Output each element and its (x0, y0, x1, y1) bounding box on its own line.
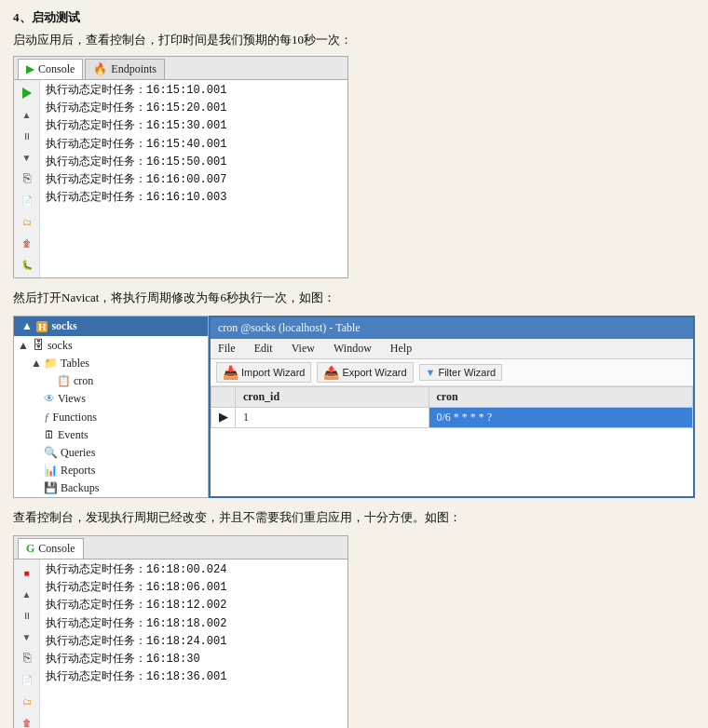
console-line2: 执行动态定时任务：16:18:18.002 (46, 615, 342, 633)
console2-tabs: G Console (14, 536, 347, 559)
tree-label-queries: Queries (61, 446, 95, 460)
functions-icon: ƒ (44, 410, 50, 425)
down-btn2[interactable]: ▼ (18, 627, 36, 646)
tree-item-backups[interactable]: 💾 Backups (14, 479, 208, 497)
console-play-icon: ▶ (26, 62, 34, 76)
console-line2: 执行动态定时任务：16:18:00.024 (46, 561, 342, 579)
section2-desc: 然后打开Navicat，将执行周期修改为每6秒执行一次，如图： (13, 290, 695, 306)
copy-btn[interactable]: ⎘ (18, 169, 36, 188)
import-icon: 📥 (223, 365, 238, 380)
endpoints-tab-label: Endpoints (111, 62, 157, 76)
console-line2: 执行动态定时任务：16:18:24.001 (46, 633, 342, 651)
cell-cron-value[interactable]: 0/6 * * * * ? (429, 408, 693, 428)
console-line: 执行动态定时任务：16:15:50.001 (46, 154, 342, 171)
filter-label: Filter Wizard (438, 367, 496, 378)
console2-tab-label: Console (38, 542, 75, 556)
tree-item-views[interactable]: 👁 Views (14, 390, 208, 408)
console2-tab-console[interactable]: G Console (18, 538, 84, 559)
tree-item-tables[interactable]: ▲ 📁 Tables (14, 355, 208, 372)
menu-help[interactable]: Help (387, 341, 415, 357)
tree-item-queries[interactable]: 🔍 Queries (14, 444, 208, 462)
debug-btn[interactable]: 🐛 (18, 255, 36, 274)
db-icon: 🗄 (33, 338, 45, 353)
doc-btn[interactable]: 📄 (18, 191, 36, 209)
console-line2: 执行动态定时任务：16:18:30 (46, 651, 342, 668)
console-tab-console[interactable]: ▶ Console (18, 59, 83, 79)
endpoints-icon: 🔥 (93, 62, 107, 76)
row-arrow-marker: ▶ (211, 408, 236, 428)
stop-btn[interactable]: ■ (18, 563, 36, 582)
console-tab-endpoints[interactable]: 🔥 Endpoints (85, 59, 165, 79)
toolbar: 📥 Import Wizard 📤 Export Wizard ▼ Filter… (211, 359, 693, 386)
up-btn[interactable]: ▲ (18, 105, 36, 124)
import-label: Import Wizard (241, 367, 305, 378)
console2-content: 执行动态定时任务：16:18:00.024 执行动态定时任务：16:18:06.… (40, 559, 347, 728)
folder-icon: 📁 (44, 357, 58, 371)
trash-btn[interactable]: 🗑 (18, 234, 36, 252)
console-line2: 执行动态定时任务：16:18:36.001 (46, 668, 342, 686)
views-icon: 👁 (44, 392, 55, 406)
pause-btn2[interactable]: ⏸ (18, 606, 36, 625)
col-header-cron: cron (429, 387, 693, 408)
console1-content: 执行动态定时任务：16:15:10.001 执行动态定时任务：16:15:20.… (40, 80, 347, 277)
doc-btn2[interactable]: 📄 (18, 670, 36, 689)
table-row: ▶ 1 0/6 * * * * ? (211, 408, 693, 428)
pause-btn[interactable]: ⏸ (18, 127, 36, 145)
tree-item-socks[interactable]: ▲ 🗄 socks (14, 336, 208, 355)
navicat-tree-panel: ▲ H socks ▲ 🗄 socks ▲ 📁 Tables 📋 cron 👁 … (13, 316, 209, 498)
console1-wrapper: ▶ Console 🔥 Endpoints ▲ ⏸ ▼ ⎘ 📄 🗂 🗑 🐛 执行… (13, 56, 348, 278)
tree-item-events[interactable]: 🗓 Events (14, 426, 208, 444)
reports-icon: 📊 (44, 464, 58, 478)
data-table: cron_id cron ▶ 1 0/6 * * * * ? (211, 386, 693, 428)
console1-body: ▲ ⏸ ▼ ⎘ 📄 🗂 🗑 🐛 执行动态定时任务：16:15:10.001 执行… (14, 80, 347, 277)
menu-view[interactable]: View (288, 341, 319, 357)
export-icon: 📤 (323, 365, 339, 380)
copy-btn2[interactable]: ⎘ (18, 649, 36, 667)
console-line: 执行动态定时任务：16:16:00.007 (46, 171, 342, 189)
menu-edit[interactable]: Edit (251, 341, 277, 357)
row-marker-header (211, 387, 236, 408)
export-wizard-btn[interactable]: 📤 Export Wizard (317, 362, 413, 383)
menu-file[interactable]: File (214, 341, 239, 357)
filter-wizard-btn[interactable]: ▼ Filter Wizard (419, 364, 503, 381)
console2-wrapper: G Console ■ ▲ ⏸ ▼ ⎘ 📄 🗂 🗑 🐛 执行动态定时任务：16:… (13, 535, 348, 728)
console-line: 执行动态定时任务：16:16:10.003 (46, 189, 342, 207)
folder-btn[interactable]: 🗂 (18, 212, 36, 231)
cell-cron-id[interactable]: 1 (236, 408, 429, 428)
tree-item-functions[interactable]: ƒ Functions (14, 408, 208, 426)
tree-label-tables: Tables (61, 357, 89, 371)
backups-icon: 💾 (44, 481, 58, 495)
console-line: 执行动态定时任务：16:15:20.001 (46, 100, 342, 117)
menu-window[interactable]: Window (330, 341, 375, 357)
export-label: Export Wizard (342, 367, 406, 378)
filter-icon: ▼ (426, 367, 436, 378)
console-line: 执行动态定时任务：16:15:10.001 (46, 82, 342, 100)
queries-icon: 🔍 (44, 446, 58, 460)
tree-label-events: Events (58, 428, 88, 442)
cron-icon: 📋 (57, 374, 71, 388)
tree-label-cron: cron (74, 374, 93, 388)
tree-item-reports[interactable]: 📊 Reports (14, 462, 208, 479)
tree-expand-icon: ▲ (21, 319, 33, 333)
run-btn[interactable] (18, 84, 36, 102)
section1-desc: 启动应用后，查看控制台，打印时间是我们预期的每10秒一次： (13, 32, 695, 48)
section3-desc: 查看控制台，发现执行周期已经改变，并且不需要我们重启应用，十分方便。如图： (13, 509, 695, 526)
console2-sidebar: ■ ▲ ⏸ ▼ ⎘ 📄 🗂 🗑 🐛 (14, 559, 40, 728)
console2-body: ■ ▲ ⏸ ▼ ⎘ 📄 🗂 🗑 🐛 执行动态定时任务：16:18:00.024 … (14, 559, 347, 728)
up-btn2[interactable]: ▲ (18, 585, 36, 603)
import-wizard-btn[interactable]: 📥 Import Wizard (216, 362, 311, 383)
tree-item-cron[interactable]: 📋 cron (14, 372, 208, 390)
down-btn[interactable]: ▼ (18, 148, 36, 167)
tree-label-views: Views (58, 392, 86, 406)
folder-btn2[interactable]: 🗂 (18, 692, 36, 710)
expand-icon-tables: ▲ (31, 357, 42, 371)
console1-sidebar: ▲ ⏸ ▼ ⎘ 📄 🗂 🗑 🐛 (14, 80, 40, 277)
console-tab-label: Console (38, 62, 75, 76)
tree-label-backups: Backups (61, 481, 99, 495)
tree-label-socks: socks (48, 339, 73, 353)
tree-label-functions: Functions (53, 411, 97, 425)
section-title: 4、启动测试 (13, 9, 695, 26)
trash-btn2[interactable]: 🗑 (18, 713, 36, 728)
events-icon: 🗓 (44, 428, 55, 442)
console-line: 执行动态定时任务：16:15:30.001 (46, 117, 342, 135)
